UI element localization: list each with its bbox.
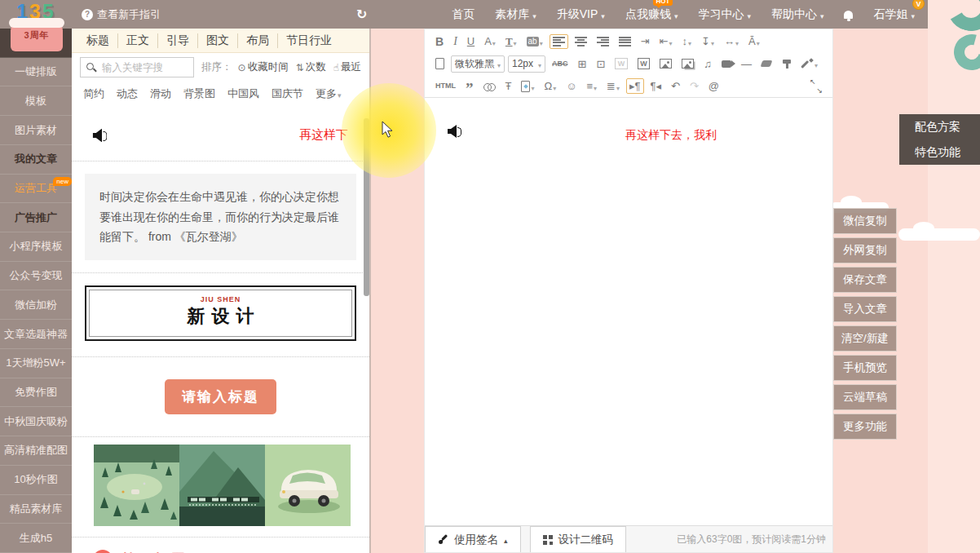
word-paste-icon[interactable]: W [611, 55, 631, 72]
action-clear-new[interactable]: 清空/新建 [833, 325, 897, 352]
action-wechat-copy[interactable]: 微信复制 [833, 208, 897, 234]
nav-home[interactable]: 首页 [452, 7, 475, 22]
eraser-icon[interactable] [758, 58, 775, 69]
unordered-list-icon[interactable]: ≣ [603, 77, 623, 96]
tab-image-text[interactable]: 图文 [197, 33, 237, 48]
action-save-article[interactable]: 保存文章 [833, 267, 897, 293]
logo-135-anniversary[interactable]: 135 3周年 [5, 0, 70, 60]
nav-earn[interactable]: 点我赚钱 HOT [625, 7, 678, 22]
indent-icon[interactable]: ⇥ [638, 33, 653, 49]
newbie-guide-link[interactable]: 查看新手指引 [82, 7, 161, 22]
sidebar-item-quick-design[interactable]: 10秒作图 [0, 466, 72, 495]
bold-icon[interactable]: B [432, 33, 447, 50]
sidebar-item-hd-images[interactable]: 高清精准配图 [0, 436, 72, 466]
style-card-design-title[interactable]: JIU SHEN 新设计 [72, 273, 369, 357]
table-image-icon[interactable]: ⊡ [593, 56, 608, 72]
sidebar-item-festival-fans[interactable]: 中秋国庆吸粉 [0, 407, 72, 436]
filter-bg-image[interactable]: 背景图 [183, 86, 215, 101]
align-right-icon[interactable] [594, 34, 612, 49]
ordered-list-icon[interactable]: ≡ [583, 77, 600, 96]
action-cloud-draft[interactable]: 云端草稿 [833, 384, 897, 410]
tab-title[interactable]: 标题 [78, 33, 117, 48]
style-card-quote[interactable]: 时间决定你会在生命中遇见谁，你的心决定你想要谁出现在你的生命里，而你的行为决定最… [72, 161, 369, 273]
panel-scrollbar-thumb[interactable] [364, 118, 369, 296]
action-mobile-preview[interactable]: 手机预览 [833, 355, 897, 381]
style-card-numbered-title[interactable]: 1 第一标题 [72, 538, 369, 553]
paragraph-spacing-icon[interactable]: ↧ [698, 32, 717, 51]
undo-icon[interactable]: ↶ [668, 78, 683, 94]
forest-illustration[interactable] [94, 445, 179, 526]
mountain-train-illustration[interactable] [179, 445, 265, 526]
text-bg-color-icon[interactable]: ab [523, 32, 546, 51]
design-qrcode-button[interactable]: 设计二维码 [530, 526, 627, 552]
special-char-icon[interactable]: Ω [541, 77, 559, 96]
filter-national-day[interactable]: 国庆节 [271, 86, 303, 101]
underline-icon[interactable]: U [464, 33, 478, 49]
sidebar-item-my-articles[interactable]: 我的文章 [0, 145, 72, 175]
heading-template-icon[interactable]: Ŧ [502, 78, 515, 94]
magic-wand-icon[interactable] [799, 54, 821, 73]
fullscreen-icon[interactable] [807, 78, 825, 95]
sidebar-item-miniapp-template[interactable]: 小程序模板 [0, 232, 72, 262]
text-style-icon[interactable]: T [502, 32, 520, 51]
sidebar-item-free-design[interactable]: 免费作图 [0, 378, 72, 408]
sidebar-item-account-monetize[interactable]: 公众号变现 [0, 262, 72, 291]
filter-chinese-style[interactable]: 中国风 [227, 86, 259, 101]
table-icon[interactable]: ⊞ [575, 56, 590, 72]
paragraph-ltr-icon[interactable]: ▸¶ [626, 78, 644, 94]
video-icon[interactable] [718, 58, 735, 70]
filter-more[interactable]: 更多 [316, 86, 342, 101]
find-replace-icon[interactable]: @ [705, 78, 722, 94]
notification-bell-icon[interactable] [844, 11, 853, 19]
sort-favorite-time[interactable]: ⊙ 收藏时间 [238, 60, 289, 74]
nav-assets[interactable]: 素材库 [495, 7, 536, 22]
search-input[interactable] [81, 58, 193, 77]
tab-body[interactable]: 正文 [117, 33, 157, 48]
nav-help[interactable]: 帮助中心 [771, 7, 824, 22]
sidebar-item-one-click-format[interactable]: 一键排版 [0, 58, 72, 87]
use-signature-button[interactable]: 使用签名 [425, 526, 521, 552]
layout-template-icon[interactable] [518, 77, 537, 96]
outdent-icon[interactable]: ⇤ [656, 32, 676, 51]
gallery-icon[interactable] [678, 56, 697, 71]
action-import-article[interactable]: 导入文章 [833, 296, 897, 322]
align-center-icon[interactable] [572, 34, 590, 49]
html-icon[interactable]: HTML [432, 80, 459, 92]
editor-content[interactable]: 再这样下去，我利 [425, 98, 832, 528]
tab-guide[interactable]: 引导 [157, 33, 197, 48]
corner-color-scheme[interactable]: 配色方案 [899, 114, 980, 139]
word-import-icon[interactable]: W [634, 55, 654, 72]
sidebar-item-fans-growth[interactable]: 1天增粉5W+ [0, 349, 72, 378]
filter-simple[interactable]: 简约 [83, 86, 104, 101]
paragraph-rtl-icon[interactable]: ¶◂ [647, 78, 665, 94]
sidebar-item-premium-assets[interactable]: 精品素材库 [0, 495, 72, 524]
filter-slide[interactable]: 滑动 [150, 86, 171, 101]
text-direction-icon[interactable]: Ā [745, 32, 763, 51]
sidebar-item-wechat-add-fans[interactable]: 微信加粉 [0, 290, 72, 320]
nav-learn[interactable]: 学习中心 [698, 7, 751, 22]
image-icon[interactable] [656, 56, 675, 71]
sidebar-item-topic-picker[interactable]: 文章选题神器 [0, 320, 72, 349]
font-size-select[interactable]: 12px [508, 55, 545, 73]
font-family-select[interactable]: 微软雅黑 [451, 55, 505, 73]
link-icon[interactable] [480, 79, 499, 93]
line-height-icon[interactable]: ↕ [679, 32, 695, 51]
emoji-icon[interactable]: ☺ [563, 78, 580, 94]
sidebar-item-templates[interactable]: 模板 [0, 86, 72, 116]
corner-special-features[interactable]: 特色功能 [899, 139, 980, 165]
align-left-icon[interactable] [550, 34, 568, 49]
tab-festival-industry[interactable]: 节日行业 [277, 33, 340, 48]
action-external-copy[interactable]: 外网复制 [833, 237, 897, 263]
music-icon[interactable]: ♫ [700, 56, 715, 72]
strikethrough-icon[interactable]: ABC [549, 58, 572, 70]
sidebar-item-operation-tools[interactable]: 运营工具 new [0, 175, 72, 204]
sort-use-count[interactable]: ⇅ 次数 [296, 60, 326, 74]
sidebar-item-ad-promotion[interactable]: 广告推广 [0, 203, 72, 232]
style-card-image-row[interactable] [72, 437, 369, 538]
sidebar-item-image-assets[interactable]: 图片素材 [0, 116, 72, 145]
style-card-audio-marquee[interactable]: 再这样下 [72, 106, 369, 161]
new-doc-icon[interactable] [432, 55, 448, 72]
action-more-features[interactable]: 更多功能 [833, 414, 897, 440]
style-card-title-button[interactable]: 请输入标题 [72, 357, 369, 437]
green-van-illustration[interactable] [265, 445, 351, 526]
